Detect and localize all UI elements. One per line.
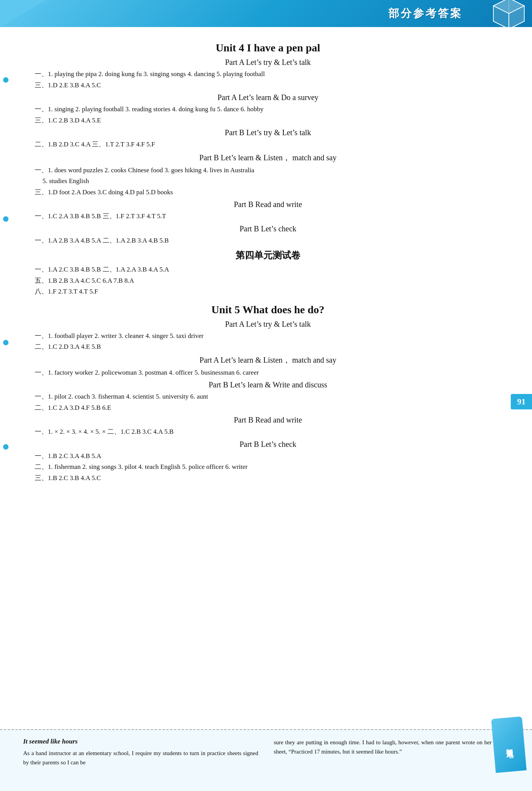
left-ribbon-2 xyxy=(3,216,8,222)
unit4-partA2-line1-text: 一、1. singing 2. playing football 3. read… xyxy=(35,105,264,113)
unit4-partB3-heading: Part B Read and write xyxy=(35,200,501,209)
unit5-partA2-line1: 一、1. factory worker 2. policewoman 3. po… xyxy=(35,368,501,378)
unit4-test-line3-text: 八、1.F 2.T 3.T 4.T 5.F xyxy=(35,288,98,295)
unit4-test-line2-text: 五、1.B 2.B 3.A 4.C 5.C 6.A 7.B 8.A xyxy=(35,277,134,284)
unit5-partB2-line1-text: 一、1. × 2. × 3. × 4. × 5. × 二、1.C 2.B 3.C… xyxy=(35,428,174,435)
unit5-partA2-line1-text: 一、1. factory worker 2. policewoman 3. po… xyxy=(35,369,259,376)
corner-box-text: 智趣天地 xyxy=(504,743,514,747)
unit4-partB3-line1-text: 一、1.C 2.A 3.B 4.B 5.B 三、1.F 2.T 3.F 4.T … xyxy=(35,212,166,220)
unit5-partB2-line1: 一、1. × 2. × 3. × 4. × 5. × 二、1.C 2.B 3.C… xyxy=(35,427,501,437)
unit4-partA1-line2-text: 三、1.D 2.E 3.B 4.A 5.C xyxy=(35,81,101,89)
unit4-test-line1-text: 一、1.A 2.C 3.B 4.B 5.B 二、1.A 2.A 3.B 4.A … xyxy=(35,266,169,273)
banner-title: 部分参考答案 xyxy=(388,6,463,21)
unit4-partB4-heading: Part B Let’s check xyxy=(35,224,501,233)
unit5-partA1-line2: 二、1.C 2.D 3.A 4.E 5.B xyxy=(35,342,501,352)
unit4-partB4-line1-text: 一、1.A 2.B 3.A 4.B 5.A 二、1.A 2.B 3.A 4.B … xyxy=(35,237,169,244)
unit4-partB2-line1: 一、1. does word puzzles 2. cooks Chinese … xyxy=(35,165,501,175)
unit4-partA1-line1-text: 一、1. playing the pipa 2. doing kung fu 3… xyxy=(35,70,265,78)
unit5-partA1-line2-text: 二、1.C 2.D 3.A 4.E 5.B xyxy=(35,343,101,350)
story-left: It seemed like hours As a band instructo… xyxy=(23,738,258,783)
top-banner: 部分参考答案 xyxy=(0,0,532,27)
unit5-partB3-heading: Part B Let’s check xyxy=(35,440,501,449)
unit5-partB3-line2: 二、1. fisherman 2. sing songs 3. pilot 4.… xyxy=(35,462,501,472)
story-title: It seemed like hours xyxy=(23,738,258,745)
unit4-partB2-heading: Part B Let’s learn & Listen， match and s… xyxy=(35,153,501,163)
unit4-partB3-line1: 一、1.C 2.A 3.B 4.B 5.B 三、1.F 2.T 3.F 4.T … xyxy=(35,211,501,221)
page-number: 91 xyxy=(511,394,532,409)
unit4-partB1-line1-text: 二、1.B 2.D 3.C 4.A 三、1.T 2.T 3.F 4.F 5.F xyxy=(35,141,155,148)
banner-triangle xyxy=(0,0,46,27)
unit4-test-line3: 八、1.F 2.T 3.T 4.T 5.F xyxy=(35,287,501,297)
unit5-partB3-line3: 三、1.B 2.C 3.B 4.A 5.C xyxy=(35,473,501,483)
unit4-partB2-line1b: 5. studies English xyxy=(35,176,501,186)
main-content: Unit 4 I have a pen pal Part A Let’s try… xyxy=(0,27,532,492)
left-ribbon-1 xyxy=(3,77,8,83)
unit4-partA2-line2-text: 三、1.C 2.B 3.D 4.A 5.E xyxy=(35,117,101,124)
unit4-partA2-line1: 一、1. singing 2. playing football 3. read… xyxy=(35,104,501,114)
unit4-partB1-line1: 二、1.B 2.D 3.C 4.A 三、1.T 2.T 3.F 4.F 5.F xyxy=(35,139,501,149)
left-ribbon-4 xyxy=(3,444,8,450)
unit4-partB2-line1-text: 一、1. does word puzzles 2. cooks Chinese … xyxy=(35,166,254,174)
unit5-partB1-line2: 二、1.C 2.A 3.D 4.F 5.B 6.E xyxy=(35,403,501,413)
left-ribbon-3 xyxy=(3,340,8,345)
unit4-partA1-heading: Part A Let’s try & Let’s talk xyxy=(35,58,501,67)
corner-box: 智趣天地 xyxy=(491,716,527,773)
unit4-partB1-heading: Part B Let’s try & Let’s talk xyxy=(35,128,501,137)
unit4-partA2-heading: Part A Let’s learn & Do a survey xyxy=(35,93,501,102)
unit5-partB3-line1: 一、1.B 2.C 3.A 4.B 5.A xyxy=(35,451,501,461)
story-right-text: sure they are putting in enough time. I … xyxy=(274,738,509,756)
story-right: sure they are putting in enough time. I … xyxy=(274,738,509,783)
unit5-partB1-line1: 一、1. pilot 2. coach 3. fisherman 4. scie… xyxy=(35,392,501,402)
unit5-partB3-line1-text: 一、1.B 2.C 3.A 4.B 5.A xyxy=(35,452,101,460)
unit4-partA1-line1: 一、1. playing the pipa 2. doing kung fu 3… xyxy=(35,69,501,79)
unit4-partB2-line1b-text: 5. studies English xyxy=(42,177,89,185)
unit4-title: Unit 4 I have a pen pal xyxy=(35,42,501,54)
unit4-test-line1: 一、1.A 2.C 3.B 4.B 5.B 二、1.A 2.A 3.B 4.A … xyxy=(35,265,501,275)
unit4-test-title: 第四单元测试卷 xyxy=(35,249,501,261)
unit5-partB1-line2-text: 二、1.C 2.A 3.D 4.F 5.B 6.E xyxy=(35,404,111,411)
unit4-test-line2: 五、1.B 2.B 3.A 4.C 5.C 6.A 7.B 8.A xyxy=(35,276,501,286)
unit5-partA1-line1-text: 一、1. football player 2. writer 3. cleane… xyxy=(35,332,203,339)
unit5-title: Unit 5 What does he do? xyxy=(35,304,501,316)
unit5-partA2-heading: Part A Let’s learn & Listen， match and s… xyxy=(35,355,501,365)
unit5-partA1-line1: 一、1. football player 2. writer 3. cleane… xyxy=(35,331,501,341)
unit4-partB2-line2-text: 三、1.D foot 2.A Does 3.C doing 4.D pal 5.… xyxy=(35,188,173,196)
unit5-partA1-heading: Part A Let’s try & Let’s talk xyxy=(35,320,501,329)
unit4-partA2-line2: 三、1.C 2.B 3.D 4.A 5.E xyxy=(35,115,501,126)
cube-decoration xyxy=(490,0,528,33)
bottom-section: It seemed like hours As a band instructo… xyxy=(0,729,532,791)
unit4-partB2-line2: 三、1.D foot 2.A Does 3.C doing 4.D pal 5.… xyxy=(35,187,501,197)
unit5-partB3-line3-text: 三、1.B 2.C 3.B 4.A 5.C xyxy=(35,474,101,482)
unit5-partB2-heading: Part B Read and write xyxy=(35,416,501,424)
unit4-partA1-line2: 三、1.D 2.E 3.B 4.A 5.C xyxy=(35,80,501,90)
story-left-text: As a band instructor at an elementary sc… xyxy=(23,749,258,767)
unit4-partB4-line1: 一、1.A 2.B 3.A 4.B 5.A 二、1.A 2.B 3.A 4.B … xyxy=(35,236,501,246)
unit5-partB1-line1-text: 一、1. pilot 2. coach 3. fisherman 4. scie… xyxy=(35,393,208,400)
unit5-partB1-heading: Part B Let’s learn & Write and discuss xyxy=(35,380,501,389)
unit5-partB3-line2-text: 二、1. fisherman 2. sing songs 3. pilot 4.… xyxy=(35,463,247,470)
